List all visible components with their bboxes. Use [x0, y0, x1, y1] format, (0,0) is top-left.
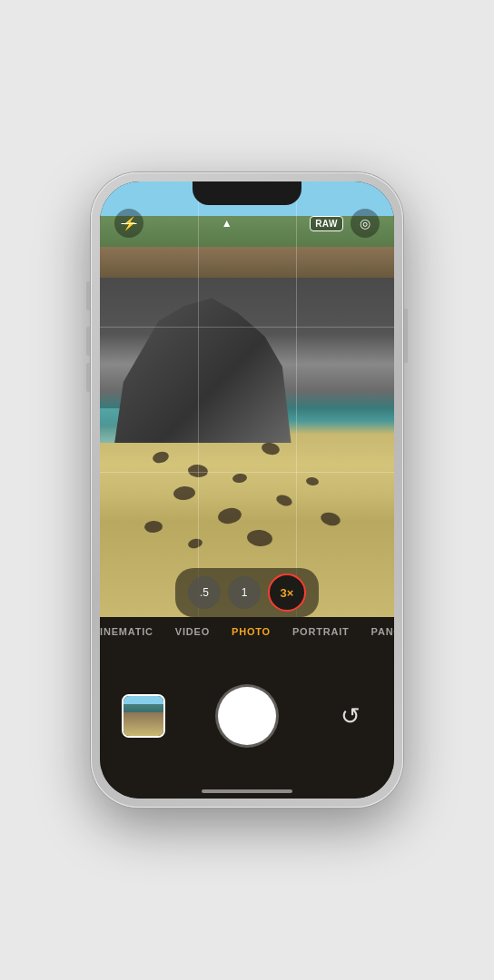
home-indicator — [202, 789, 292, 793]
live-photo-icon: ◎ — [360, 216, 370, 230]
turtle-7 — [216, 506, 242, 525]
grid-horizontal-2 — [100, 472, 394, 473]
flash-icon: ⚡ — [122, 216, 137, 230]
turtle-2 — [188, 464, 209, 478]
rocks-area — [114, 290, 291, 443]
turtle-8 — [305, 476, 319, 486]
turtle-4 — [261, 441, 281, 456]
mode-photo[interactable]: PHOTO — [232, 626, 271, 637]
zoom-05-button[interactable]: .5 — [188, 576, 221, 609]
turtle-12 — [320, 510, 342, 527]
turtle-9 — [143, 521, 163, 534]
turtle-3 — [232, 473, 247, 484]
raw-badge[interactable]: RAW — [310, 216, 343, 231]
water-area — [100, 408, 203, 443]
flash-button[interactable]: ⚡ — [114, 209, 143, 238]
turtle-11 — [187, 537, 203, 549]
zoom-3x-label: 3× — [281, 586, 294, 600]
chevron-up-icon[interactable]: ▲ — [222, 217, 232, 230]
phone-frame: ⚡ ▲ RAW ◎ .5 1 3× — [91, 172, 403, 808]
camera-mode-selector: CINEMATIC VIDEO PHOTO PORTRAIT PANO — [100, 617, 394, 642]
turtle-10 — [246, 529, 273, 548]
zoom-controls: .5 1 3× — [175, 568, 319, 617]
notch — [193, 181, 301, 205]
camera-top-controls: ⚡ ▲ RAW ◎ — [100, 209, 394, 238]
camera-bottom-ui: CINEMATIC VIDEO PHOTO PORTRAIT PANO ↺ — [100, 617, 394, 799]
flip-camera-button[interactable]: ↺ — [329, 694, 372, 738]
camera-viewfinder: ⚡ ▲ RAW ◎ — [100, 181, 394, 617]
mode-cinematic[interactable]: CINEMATIC — [100, 626, 153, 637]
scene-overlay — [100, 181, 394, 617]
grid-horizontal-1 — [100, 327, 394, 328]
turtle-6 — [275, 493, 294, 507]
turtle-5 — [173, 485, 195, 501]
zoom-1x-label: 1 — [242, 586, 248, 599]
mode-pano[interactable]: PANO — [371, 626, 394, 637]
phone-screen: ⚡ ▲ RAW ◎ .5 1 3× — [100, 181, 394, 799]
thumbnail-preview — [124, 696, 163, 736]
zoom-05-label: .5 — [200, 586, 209, 599]
turtle-1 — [152, 449, 170, 464]
mode-portrait[interactable]: PORTRAIT — [292, 626, 350, 637]
shutter-row: ↺ — [100, 642, 394, 789]
shutter-button[interactable] — [218, 687, 276, 745]
live-photo-button[interactable]: ◎ — [351, 209, 380, 238]
beach-scene — [100, 181, 394, 617]
grid-lines — [100, 181, 394, 617]
mode-video[interactable]: VIDEO — [175, 626, 210, 637]
photo-thumbnail[interactable] — [122, 694, 165, 738]
zoom-3x-button[interactable]: 3× — [268, 573, 306, 612]
zoom-1x-button[interactable]: 1 — [228, 576, 261, 609]
rotate-icon: ↺ — [341, 702, 361, 730]
